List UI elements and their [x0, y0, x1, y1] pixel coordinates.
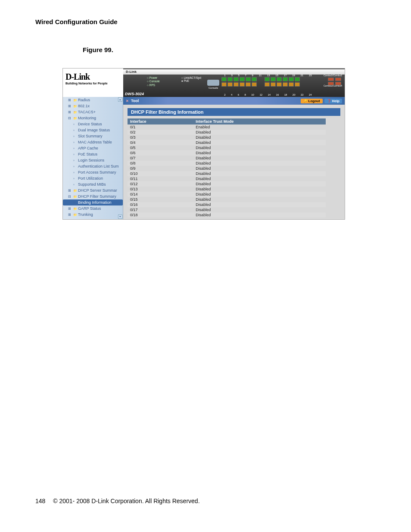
logout-label: Logout [308, 99, 320, 103]
port-numbers-bottom: 24681012141618202224 [221, 93, 314, 96]
port-icon[interactable] [252, 77, 257, 81]
expand-icon[interactable] [68, 98, 72, 102]
port-icon[interactable] [234, 77, 239, 81]
port-icon[interactable] [277, 77, 282, 81]
sidebar-item[interactable]: Port Utilization [63, 175, 123, 181]
sidebar-item[interactable]: TACACS+ [63, 109, 123, 115]
expand-icon[interactable] [68, 110, 72, 114]
table-row: 0/12Disabled [128, 181, 326, 187]
sidebar-item[interactable]: DHCP Filter Summary [63, 193, 123, 199]
logout-button[interactable]: 🔑 Logout [301, 99, 323, 103]
sidebar-item[interactable]: MAC Address Table [63, 139, 123, 145]
table-row: 0/4Disabled [128, 140, 326, 145]
folder-icon [73, 104, 77, 108]
sidebar-item-label: Login Sessions [78, 158, 104, 162]
document-icon [73, 122, 77, 126]
port-icon[interactable] [265, 77, 270, 81]
port-icon[interactable] [295, 77, 300, 81]
port-icon[interactable] [240, 77, 245, 81]
sidebar-item[interactable]: Slot Summary [63, 133, 123, 139]
port-numbers-top: 1357911131517192123 [221, 74, 314, 77]
sidebar-item[interactable]: Supported MIBs [63, 181, 123, 187]
sidebar-item[interactable]: Login Sessions [63, 157, 123, 163]
screenshot-body: ▴ ▾ Radius802.1xTACACS+MonitoringDevice … [63, 97, 345, 219]
tool-menu[interactable]: Tool [126, 99, 139, 103]
expand-icon[interactable] [68, 206, 72, 211]
port-number: 15 [275, 74, 278, 77]
main-area: Tool 🔑 Logout ❓ Help DHCP Filter Binding… [123, 97, 345, 219]
sidebar-item[interactable]: Radius [63, 97, 123, 103]
col-trust-mode: Interface Trust Mode [193, 118, 326, 124]
sidebar-item-label: Slot Summary [78, 134, 103, 138]
cell-trust-mode: Disabled [193, 145, 326, 150]
expand-icon[interactable] [68, 104, 72, 108]
cell-interface: 0/6 [128, 150, 193, 156]
sidebar-item[interactable]: Device Status [63, 121, 123, 127]
sidebar-item[interactable]: Binding Information [63, 199, 123, 205]
port-icon[interactable] [295, 82, 300, 87]
port-icon[interactable] [221, 82, 227, 87]
port-icon[interactable] [221, 77, 227, 81]
sidebar-item[interactable]: PoE Status [63, 151, 123, 157]
sidebar-item[interactable]: Monitoring [63, 115, 123, 121]
sidebar-item[interactable]: Port Access Summary [63, 169, 123, 175]
col-interface: Interface [128, 118, 193, 124]
port-row [221, 82, 257, 87]
poe-label: PoE [184, 79, 189, 82]
sidebar-item[interactable]: DHCP Server Summar [63, 187, 123, 193]
sidebar-item[interactable]: Trunking [63, 212, 123, 218]
port-icon[interactable] [227, 82, 233, 87]
port-number: 7 [245, 74, 246, 77]
cell-trust-mode: Disabled [193, 161, 326, 166]
sidebar-item[interactable]: Authentication List Sum [63, 163, 123, 169]
port-icon[interactable] [283, 77, 288, 81]
port-icon[interactable] [240, 82, 245, 87]
port-icon[interactable] [227, 77, 233, 81]
port-icon[interactable] [289, 77, 294, 81]
nav-sidebar[interactable]: ▴ ▾ Radius802.1xTACACS+MonitoringDevice … [63, 97, 123, 219]
port-icon[interactable] [246, 77, 251, 81]
port-icon[interactable] [271, 77, 276, 81]
port-icon[interactable] [265, 82, 270, 87]
sidebar-item[interactable]: Dual Image Status [63, 127, 123, 133]
table-row: 0/2Disabled [128, 130, 326, 135]
folder-icon [73, 207, 77, 211]
port-number: 20 [293, 93, 296, 96]
sidebar-item[interactable]: 802.1x [63, 103, 123, 109]
device-leds: ○ Power○ Console○ RPS [147, 76, 160, 87]
collapse-icon[interactable] [68, 194, 72, 199]
sidebar-item-label: Port Utilization [78, 176, 103, 180]
folder-icon [73, 98, 77, 102]
page-number: 148 [35, 498, 45, 504]
port-icon[interactable] [289, 82, 294, 87]
combo-ports [328, 78, 341, 85]
help-button[interactable]: ❓ Help [324, 99, 342, 103]
port-icon[interactable] [252, 82, 257, 87]
port-icon[interactable] [283, 82, 288, 87]
port-icon[interactable] [234, 82, 239, 87]
binding-table: Interface Interface Trust Mode 0/1Enable… [128, 118, 326, 218]
cell-interface: 0/15 [128, 197, 193, 202]
table-row: 0/8Disabled [128, 161, 326, 166]
cell-trust-mode: Disabled [193, 202, 326, 207]
cell-trust-mode: Enabled [193, 124, 326, 130]
sidebar-item-label: 802.1x [78, 104, 90, 108]
sidebar-item-label: Trunking [78, 212, 93, 217]
cell-trust-mode: Disabled [193, 207, 326, 212]
document-icon [73, 177, 77, 180]
device-header: D-Link Building Networks for People D-Li… [63, 68, 345, 97]
sidebar-item[interactable]: GARP Status [63, 205, 123, 212]
table-row: 0/11Disabled [128, 176, 326, 181]
scroll-up-icon[interactable]: ▴ [118, 97, 122, 102]
expand-icon[interactable] [68, 212, 72, 217]
scroll-down-icon[interactable]: ▾ [118, 215, 122, 219]
expand-icon[interactable] [68, 188, 72, 193]
table-row: 0/7Disabled [128, 156, 326, 161]
sidebar-item-label: Binding Information [78, 200, 112, 205]
port-icon[interactable] [277, 82, 282, 87]
port-icon[interactable] [246, 82, 251, 87]
combo-port-icon [328, 82, 334, 85]
port-icon[interactable] [271, 82, 276, 87]
sidebar-item[interactable]: ARP Cache [63, 145, 123, 151]
collapse-icon[interactable] [68, 116, 72, 120]
